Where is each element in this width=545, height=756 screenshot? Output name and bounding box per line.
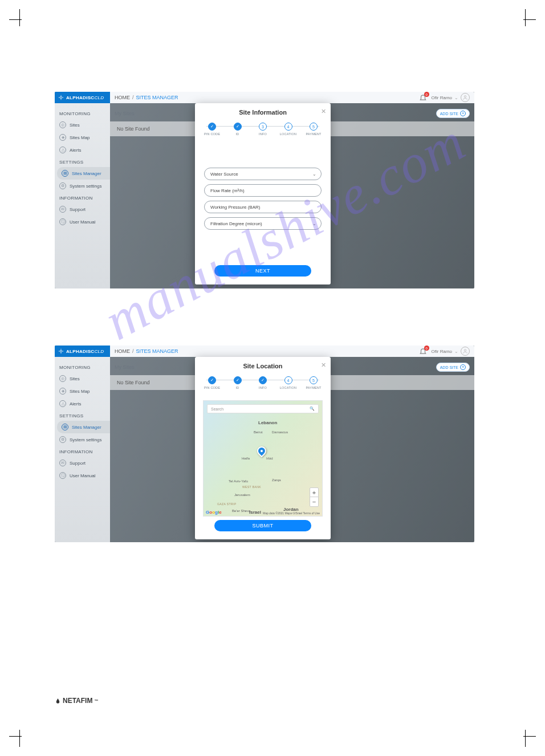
section-title: My Sites: [115, 364, 135, 370]
flow-rate-input[interactable]: Flow Rate (m³/h): [204, 184, 322, 197]
sidebar-head-settings: SETTINGS: [55, 156, 110, 167]
wizard-steps: ✓PIN CODE ✓ID ✓INFO 4LOCATION 5PAYMENT: [195, 374, 331, 389]
add-site-button[interactable]: ADD SITE+: [436, 363, 470, 372]
close-icon[interactable]: ✕: [321, 361, 326, 369]
map-label-beirut: Beirut: [254, 430, 263, 434]
map-label-damascus: Damascus: [272, 430, 288, 434]
wizard-steps: ✓PIN CODE ✓ID 3INFO 4LOCATION 5PAYMENT: [195, 120, 331, 136]
map-label-israel: Israel: [249, 510, 261, 515]
sidebar-item-system-settings[interactable]: ⚙System settings: [55, 180, 110, 192]
breadcrumb: HOME / SITES MANAGER 0 Ofir Ramo⌄: [110, 92, 474, 103]
sidebar-item-sites[interactable]: ◎Sites: [55, 372, 110, 385]
zoom-out-button[interactable]: −: [310, 497, 318, 506]
submit-button[interactable]: SUBMIT: [214, 520, 311, 531]
notifications-badge: 0: [424, 346, 429, 351]
svg-point-0: [60, 96, 62, 98]
plus-icon: +: [460, 364, 466, 370]
close-icon[interactable]: ✕: [321, 108, 326, 115]
breadcrumb-home[interactable]: HOME: [115, 95, 130, 100]
step-id: ✓ID: [226, 123, 249, 136]
breadcrumb-home[interactable]: HOME: [115, 348, 130, 354]
map-label-gaza: GAZA STRIP: [217, 502, 236, 506]
svg-point-3: [464, 349, 466, 351]
sidebar-item-support[interactable]: ✉Support: [55, 457, 110, 469]
modal-title: Site Location: [201, 363, 325, 369]
chevron-down-icon: ⌄: [312, 172, 316, 177]
sidebar-item-support[interactable]: ✉Support: [55, 203, 110, 216]
step-location: 4LOCATION: [277, 376, 300, 389]
map-attribution: Map data ©2021 Mapa GISrael Terms of Use: [263, 511, 320, 515]
step-info: ✓INFO: [251, 376, 274, 389]
map-label-irbid: Irbid: [266, 457, 273, 460]
sidebar-item-sites-manager[interactable]: ▤Sites Manager: [57, 167, 110, 180]
step-pincode: ✓PIN CODE: [201, 376, 223, 389]
sidebar-item-alerts[interactable]: △Alerts: [55, 144, 110, 156]
svg-point-2: [60, 350, 62, 352]
sidebar-head-information: INFORMATION: [55, 192, 110, 203]
avatar-icon: [461, 93, 470, 102]
google-logo: Google: [206, 510, 222, 515]
breadcrumb: HOME / SITES MANAGER 0 Ofir Ramo⌄: [110, 346, 474, 357]
sidebar-item-sites-manager[interactable]: ▤Sites Manager: [57, 421, 110, 433]
topbar: ALPHADISCCLD HOME / SITES MANAGER 0 Ofir…: [55, 92, 474, 103]
breadcrumb-current[interactable]: SITES MANAGER: [136, 95, 178, 100]
sidebar-item-sites[interactable]: ◎Sites: [55, 119, 110, 131]
step-payment: 5PAYMENT: [302, 376, 325, 389]
map[interactable]: Search 🔍 Lebanon Beirut Damascus Haifa I…: [203, 400, 323, 517]
map-label-zarqa: Zarqa: [272, 478, 281, 482]
step-info: 3INFO: [251, 123, 274, 136]
map-label-lebanon: Lebanon: [258, 420, 277, 425]
notifications-badge: 0: [424, 92, 429, 97]
user-menu[interactable]: Ofir Ramo⌄: [432, 93, 470, 102]
working-pressure-input[interactable]: Working Pressure (BAR): [204, 201, 322, 213]
sidebar-item-sites-map[interactable]: ◈Sites Map: [55, 385, 110, 397]
step-pincode: ✓PIN CODE: [201, 123, 223, 136]
next-button[interactable]: NEXT: [214, 265, 311, 277]
zoom-in-button[interactable]: +: [310, 488, 318, 497]
sidebar-head-monitoring: MONITORING: [55, 108, 110, 119]
notifications-icon[interactable]: 0: [419, 347, 427, 355]
map-label-telaviv: Tel Aviv-Yafo: [229, 479, 248, 483]
topbar: ALPHADISCCLD HOME / SITES MANAGER 0 Ofir…: [55, 346, 474, 357]
modal-site-location: Site Location ✕ ✓PIN CODE ✓ID ✓INFO 4LOC…: [195, 357, 331, 539]
app-logo: ALPHADISCCLD: [55, 346, 110, 357]
modal-title: Site Information: [201, 109, 325, 116]
chevron-down-icon: ⌄: [312, 221, 316, 226]
sidebar-item-user-manual[interactable]: ⓘUser Manual: [55, 216, 110, 228]
breadcrumb-current[interactable]: SITES MANAGER: [136, 348, 178, 354]
sidebar: MONITORING ◎Sites ◈Sites Map △Alerts SET…: [55, 103, 110, 288]
sidebar-item-user-manual[interactable]: ⓘUser Manual: [55, 469, 110, 482]
screenshot-site-location: ALPHADISCCLD HOME / SITES MANAGER 0 Ofir…: [55, 346, 474, 542]
step-id: ✓ID: [226, 376, 249, 389]
map-search-input[interactable]: Search 🔍: [207, 404, 319, 413]
section-title: My Sites: [115, 111, 135, 116]
avatar-icon: [461, 347, 470, 356]
map-label-haifa: Haifa: [242, 457, 250, 460]
sidebar: MONITORING ◎Sites ◈Sites Map △Alerts SET…: [55, 357, 110, 542]
sidebar-item-sites-map[interactable]: ◈Sites Map: [55, 131, 110, 144]
sidebar-item-alerts[interactable]: △Alerts: [55, 397, 110, 410]
step-payment: 5PAYMENT: [302, 123, 325, 136]
step-location: 4LOCATION: [277, 123, 300, 136]
modal-site-information: Site Information ✕ ✓PIN CODE ✓ID 3INFO 4…: [195, 103, 331, 284]
app-logo: ALPHADISCCLD: [55, 92, 110, 103]
notifications-icon[interactable]: 0: [419, 94, 427, 101]
map-zoom-controls: + −: [310, 487, 319, 507]
filtration-degree-select[interactable]: Filtration Degree (micron)⌄: [204, 217, 322, 230]
map-label-jerusalem: Jerusalem: [234, 493, 250, 497]
screenshot-site-information: ALPHADISCCLD HOME / SITES MANAGER 0 Ofir…: [55, 92, 474, 288]
plus-icon: +: [460, 111, 466, 116]
svg-point-1: [464, 96, 466, 97]
map-label-westbank: WEST BANK: [242, 485, 261, 489]
sidebar-item-system-settings[interactable]: ⚙System settings: [55, 433, 110, 446]
user-menu[interactable]: Ofir Ramo⌄: [432, 347, 470, 356]
add-site-button[interactable]: ADD SITE+: [436, 109, 470, 118]
map-pin-icon[interactable]: [255, 445, 269, 458]
water-source-select[interactable]: Water Source⌄: [204, 168, 322, 180]
footer-brand: NETAFIM™: [55, 697, 98, 705]
search-icon: 🔍: [310, 407, 315, 411]
map-label-beersheva: Be'er Sheva: [232, 509, 251, 513]
